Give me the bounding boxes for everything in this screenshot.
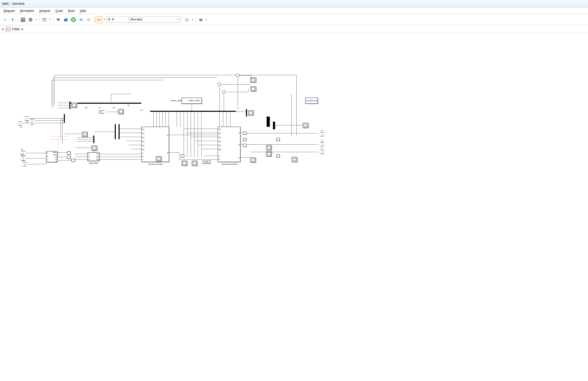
powergui-block[interactable]: Continuous bbox=[305, 98, 318, 104]
scope-block[interactable] bbox=[82, 132, 88, 137]
simulation-mode-select[interactable]: Normal ▼ bbox=[130, 17, 180, 23]
model-icon[interactable]: ▷ bbox=[6, 27, 11, 32]
inport-c1[interactable]: 3 bbox=[22, 162, 28, 166]
scope-block[interactable] bbox=[303, 123, 308, 128]
inport-ia[interactable]: 1 bbox=[24, 117, 30, 121]
inport-ic[interactable]: 3 bbox=[17, 122, 23, 126]
wire bbox=[26, 153, 46, 153]
build-button[interactable] bbox=[62, 16, 69, 23]
small-block[interactable]: • bbox=[243, 138, 246, 141]
small-block[interactable] bbox=[243, 132, 246, 135]
checkmark-dropdown[interactable]: ▼ bbox=[191, 18, 194, 21]
stop-button[interactable] bbox=[85, 16, 92, 23]
scope-block[interactable] bbox=[118, 109, 124, 114]
mux-block[interactable] bbox=[93, 135, 94, 143]
menu-tools[interactable]: Tools bbox=[65, 8, 77, 13]
outport-b[interactable]: 5 bbox=[319, 142, 325, 146]
outport-c[interactable]: 6 bbox=[319, 150, 325, 154]
scope-block[interactable] bbox=[250, 86, 256, 91]
library-browser-button[interactable] bbox=[19, 16, 26, 23]
config-dropdown[interactable]: ▼ bbox=[35, 18, 38, 21]
wire bbox=[120, 133, 141, 133]
scope-block[interactable] bbox=[192, 161, 197, 166]
scope-block[interactable] bbox=[250, 157, 256, 162]
inport-ib[interactable]: 2 bbox=[29, 119, 35, 123]
hardware-button[interactable] bbox=[197, 16, 204, 23]
sum-block[interactable] bbox=[222, 90, 226, 94]
scope-block[interactable] bbox=[266, 151, 272, 156]
menu-diagram[interactable]: Diagram bbox=[1, 8, 17, 13]
scope-block[interactable] bbox=[250, 77, 256, 83]
svg-rect-13 bbox=[81, 18, 82, 21]
wire bbox=[77, 141, 93, 142]
simulation-mode-value: Normal bbox=[131, 18, 143, 21]
scope-block[interactable] bbox=[71, 103, 77, 108]
small-block[interactable]: y bbox=[207, 161, 210, 164]
demux-block[interactable] bbox=[119, 124, 120, 139]
mux-block[interactable] bbox=[273, 122, 275, 129]
scope-block[interactable] bbox=[266, 145, 272, 150]
wire bbox=[77, 137, 93, 138]
wire bbox=[236, 112, 246, 112]
inspector-dropdown[interactable]: ▼ bbox=[103, 18, 106, 21]
stop-time-input[interactable] bbox=[106, 17, 129, 23]
scope-block[interactable] bbox=[156, 156, 161, 161]
input-filter-label: Input Filter bbox=[89, 162, 98, 164]
wire bbox=[75, 154, 87, 154]
sum-block[interactable] bbox=[236, 74, 239, 77]
mux-block[interactable] bbox=[246, 109, 247, 117]
mux-block[interactable] bbox=[64, 114, 65, 123]
scope-block[interactable] bbox=[92, 146, 97, 151]
checkmark-button[interactable] bbox=[183, 16, 190, 23]
wire bbox=[221, 84, 251, 85]
run-button[interactable] bbox=[70, 16, 77, 23]
update-diagram-button[interactable] bbox=[55, 16, 62, 23]
virtual-converter-subsystem[interactable]: In1 In2 In3 In4 In5 In6 A B C P N bbox=[141, 127, 169, 162]
sum-block[interactable] bbox=[217, 83, 221, 86]
wire bbox=[23, 123, 64, 123]
hardware-dropdown[interactable]: ▼ bbox=[205, 18, 208, 21]
svg-rect-15 bbox=[88, 19, 89, 20]
breadcrumb-caret-icon[interactable]: ▶ bbox=[2, 28, 4, 31]
wire bbox=[77, 139, 93, 140]
small-block[interactable]: x bbox=[203, 161, 206, 164]
small-block[interactable] bbox=[71, 159, 75, 162]
scope-block[interactable] bbox=[182, 161, 187, 166]
explorer-dropdown[interactable]: ▼ bbox=[48, 18, 51, 21]
small-block[interactable] bbox=[67, 151, 71, 154]
small-block[interactable]: • bbox=[276, 138, 280, 141]
nav-up-button[interactable] bbox=[9, 16, 16, 23]
input-filter-subsystem[interactable]: I1 I2 I3 O1 O2 O3 bbox=[87, 152, 99, 161]
wire bbox=[54, 75, 296, 75]
scope-block[interactable] bbox=[292, 157, 297, 162]
scope-block[interactable] bbox=[248, 110, 254, 115]
wire bbox=[75, 159, 87, 160]
outport-a[interactable]: 4 bbox=[319, 132, 325, 136]
wire bbox=[62, 119, 63, 144]
model-canvas[interactable]: Continuous Us Is Uc Io Io* Uc switch_sta… bbox=[0, 33, 588, 235]
small-block[interactable] bbox=[67, 156, 71, 159]
small-block[interactable] bbox=[243, 144, 246, 147]
inport-c1-label: C1 bbox=[22, 159, 25, 162]
signal-label-is: Is bbox=[99, 106, 100, 109]
demux-block[interactable] bbox=[115, 124, 116, 139]
breadcrumb-arrow-icon[interactable]: ▶ bbox=[22, 28, 24, 31]
small-block[interactable] bbox=[181, 154, 184, 157]
menu-help[interactable]: Help bbox=[77, 8, 89, 13]
breadcrumb-model[interactable]: TSMC bbox=[12, 28, 20, 31]
virtual-inconverter-subsystem[interactable]: In1 In2 In3 In4 In5 In6 P N A B C bbox=[218, 127, 240, 162]
menu-analysis[interactable]: Analysis bbox=[37, 8, 53, 13]
wire bbox=[57, 160, 71, 160]
mux-block[interactable] bbox=[69, 101, 70, 109]
small-block[interactable]: v bbox=[276, 154, 280, 157]
menu-code[interactable]: Code bbox=[53, 8, 65, 13]
menu-simulation[interactable]: Simulation bbox=[17, 8, 37, 13]
model-explorer-button[interactable] bbox=[41, 16, 48, 23]
model-config-button[interactable] bbox=[27, 16, 34, 23]
step-forward-button[interactable] bbox=[77, 16, 85, 23]
mux-block[interactable] bbox=[267, 117, 270, 127]
goto-uc[interactable]: Uc bbox=[99, 110, 105, 114]
three-phase-meas-block[interactable]: A B C Vabc Iabc a b c bbox=[46, 151, 57, 162]
data-inspector-button[interactable] bbox=[95, 16, 102, 23]
nav-forward-button[interactable] bbox=[2, 16, 9, 23]
